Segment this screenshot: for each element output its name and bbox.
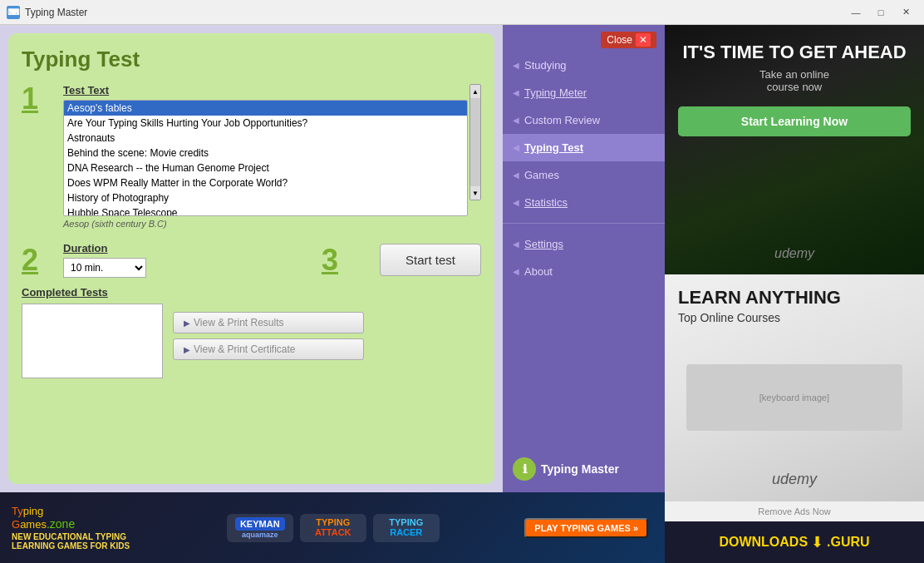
- step-1-content: Test Text Aesop's fables Are Your Typing…: [63, 84, 468, 229]
- bottom-banner: Typing Games.zone NEW EDUCATIONAL TYPING…: [0, 492, 665, 563]
- downloads-text: DOWNLOADS: [719, 535, 808, 550]
- title-bar: ⌨ Typing Master — □ ✕: [0, 0, 924, 25]
- logo-icon: ℹ: [513, 457, 536, 481]
- ad-bottom: LEARN ANYTHING Top Online Courses [keybo…: [665, 274, 924, 501]
- app-icon: ⌨: [7, 6, 20, 19]
- author-text: Aesop (sixth century B.C): [63, 219, 468, 229]
- content-area: Typing Test 1 Test Text Aesop's fables A…: [0, 25, 665, 492]
- close-window-button[interactable]: ✕: [894, 4, 917, 21]
- left-area: Typing Test 1 Test Text Aesop's fables A…: [0, 25, 665, 563]
- maximize-button[interactable]: □: [869, 4, 892, 21]
- games-arrow-icon: ◀: [513, 170, 519, 180]
- ad-top-sub: Take an onlinecourse now: [678, 68, 911, 93]
- keyman-badge: KEYMAN: [235, 517, 285, 531]
- close-row: Close ✕: [503, 25, 665, 52]
- typing-rest: ping: [23, 505, 44, 517]
- studying-arrow-icon: ◀: [513, 61, 519, 70]
- racer-label: RACER: [390, 527, 422, 537]
- sidebar-item-studying[interactable]: ◀ Studying: [503, 52, 665, 79]
- sidebar-item-about[interactable]: ◀ About: [503, 258, 665, 285]
- games-rest: ames: [20, 518, 47, 531]
- step-3-number: 3: [322, 245, 363, 275]
- keyman-sub: aquamaze: [242, 531, 278, 539]
- typing-test-arrow-icon: ◀: [513, 143, 519, 152]
- attack-label: ATTACK: [315, 527, 351, 537]
- sidebar-item-typing-meter[interactable]: ◀ Typing Meter: [503, 79, 665, 106]
- typing-meter-arrow-icon: ◀: [513, 88, 519, 97]
- play-typing-games-button[interactable]: PLAY TYPING GAMES »: [524, 518, 648, 538]
- zone-text: .zone: [47, 517, 75, 531]
- close-button[interactable]: Close ✕: [601, 32, 656, 48]
- ad-top: IT'S TIME TO GET AHEAD Take an onlinecou…: [665, 25, 924, 274]
- duration-label: Duration: [63, 242, 305, 254]
- sidebar-item-custom-review[interactable]: ◀ Custom Review: [503, 106, 665, 134]
- test-text-list[interactable]: Aesop's fables Are Your Typing Skills Hu…: [63, 100, 468, 216]
- completed-tests-section: Completed Tests ▶ View & Print Results ▶…: [22, 286, 481, 378]
- statistics-arrow-icon: ◀: [513, 198, 519, 207]
- sidebar-item-typing-test[interactable]: ◀ Typing Test: [503, 134, 665, 161]
- completed-actions: ▶ View & Print Results ▶ View & Print Ce…: [173, 304, 364, 360]
- page-title: Typing Test: [22, 47, 481, 72]
- typing-attack-label: TYPING: [316, 517, 350, 527]
- step-1-row: 1 Test Text Aesop's fables Are Your Typi…: [22, 84, 481, 229]
- ad-image-placeholder: [keyboard image]: [686, 364, 902, 431]
- typing-attack-block[interactable]: TYPING ATTACK: [300, 514, 366, 542]
- app-body: Typing Test 1 Test Text Aesop's fables A…: [0, 25, 924, 563]
- ad-top-headline: IT'S TIME TO GET AHEAD: [678, 42, 911, 63]
- minimize-button[interactable]: —: [844, 4, 867, 21]
- right-ads: IT'S TIME TO GET AHEAD Take an onlinecou…: [665, 25, 924, 563]
- custom-review-arrow-icon: ◀: [513, 116, 519, 125]
- sidebar-item-settings[interactable]: ◀ Settings: [503, 230, 665, 258]
- guru-text: .GURU: [827, 535, 870, 550]
- typing-racer-label: TYPING: [389, 517, 423, 527]
- about-arrow-icon: ◀: [513, 267, 519, 276]
- udemy-top-logo: udemy: [774, 246, 814, 261]
- sidebar-logo: ℹ Typing Master: [503, 449, 665, 492]
- udemy-bottom-logo: udemy: [772, 471, 817, 488]
- downloads-guru-banner[interactable]: DOWNLOADS ⬇ .GURU: [665, 521, 924, 563]
- typing-games-logo: Typing Games.zone NEW EDUCATIONAL TYPING…: [0, 505, 141, 551]
- ad-bottom-sub: Top Online Courses: [678, 311, 911, 324]
- ad-bottom-content: LEARN ANYTHING Top Online Courses: [678, 288, 911, 324]
- banner-games-icons: KEYMAN aquamaze TYPING ATTACK TYPING RAC…: [141, 514, 524, 542]
- step-23-row: 2 Duration 1 min. 2 min. 3 min. 5 min. 1…: [22, 242, 481, 278]
- close-x-icon: ✕: [636, 33, 651, 47]
- games-t: G: [12, 518, 20, 531]
- duration-select[interactable]: 1 min. 2 min. 3 min. 5 min. 10 min. 15 m…: [63, 258, 146, 278]
- step-1-number: 1: [22, 84, 63, 114]
- ad-top-content: IT'S TIME TO GET AHEAD Take an onlinecou…: [678, 42, 911, 136]
- start-test-button[interactable]: Start test: [380, 244, 481, 276]
- typing-t: Ty: [12, 505, 23, 517]
- results-arrow-icon: ▶: [184, 319, 190, 328]
- download-arrow-icon: ⬇: [811, 533, 823, 551]
- step-2-number: 2: [22, 245, 63, 275]
- keyman-block[interactable]: KEYMAN aquamaze: [227, 514, 293, 542]
- typing-racer-block[interactable]: TYPING RACER: [373, 514, 440, 542]
- settings-arrow-icon: ◀: [513, 240, 519, 249]
- view-print-results-button[interactable]: ▶ View & Print Results: [173, 312, 364, 333]
- title-bar-text: Typing Master: [25, 7, 844, 18]
- remove-ads-link[interactable]: Remove Ads Now: [665, 501, 924, 521]
- ad-bottom-headline: LEARN ANYTHING: [678, 288, 911, 308]
- sidebar: Close ✕ ◀ Studying ◀ Typing Meter ◀ Cust…: [503, 25, 665, 492]
- view-print-certificate-button[interactable]: ▶ View & Print Certificate: [173, 338, 364, 360]
- step-2-content: Duration 1 min. 2 min. 3 min. 5 min. 10 …: [63, 242, 305, 278]
- completed-tests-label: Completed Tests: [22, 286, 481, 299]
- test-text-label: Test Text: [63, 84, 468, 96]
- sidebar-item-statistics[interactable]: ◀ Statistics: [503, 189, 665, 216]
- banner-subtitle: NEW EDUCATIONAL TYPINGLEARNING GAMES FOR…: [12, 532, 130, 551]
- logo-text: Typing Master: [541, 462, 619, 476]
- sidebar-divider: [503, 223, 665, 224]
- completed-tests-list[interactable]: [22, 304, 163, 378]
- cert-arrow-icon: ▶: [184, 345, 190, 354]
- window-controls: — □ ✕: [844, 4, 917, 21]
- start-learning-button[interactable]: Start Learning Now: [678, 106, 911, 136]
- sidebar-item-games[interactable]: ◀ Games: [503, 161, 665, 189]
- completed-row: ▶ View & Print Results ▶ View & Print Ce…: [22, 304, 481, 378]
- main-panel: Typing Test 1 Test Text Aesop's fables A…: [8, 33, 494, 484]
